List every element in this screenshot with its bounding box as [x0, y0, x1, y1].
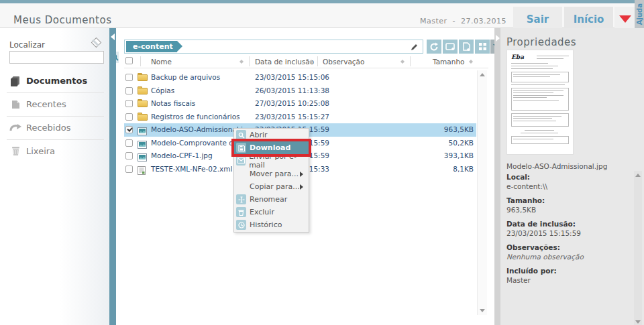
xml-file-icon [138, 165, 146, 178]
menu-item-download[interactable]: Download [234, 141, 309, 154]
preview-logo: Eba [511, 54, 524, 60]
properties-scrollbar[interactable] [634, 171, 642, 325]
sidebar-item-label: Lixeira [26, 146, 55, 156]
new-file-icon [462, 42, 471, 52]
sidebar-item-lixeira[interactable]: Lixeira [0, 139, 107, 163]
scroll-down-icon[interactable] [635, 320, 641, 324]
property-observacoes: Observações: Nenhuma observação [506, 243, 631, 261]
properties-title: Propriedades [506, 36, 576, 48]
table-row-folder[interactable]: Registros de funcionários 23/03/2015 15:… [124, 111, 476, 124]
row-checkbox[interactable] [125, 100, 133, 107]
column-header-tamanho[interactable]: Tamanho [433, 58, 465, 66]
menu-item-historico[interactable]: Histórico [234, 218, 309, 231]
scroll-up-icon[interactable] [635, 174, 641, 177]
scroll-down-icon[interactable] [480, 309, 485, 312]
row-checkbox[interactable] [125, 113, 133, 121]
sidebar-item-recentes[interactable]: Recentes [0, 92, 107, 116]
received-arrow-icon [9, 123, 22, 133]
menu-item-abrir[interactable]: Abrir [234, 129, 309, 141]
menu-item-enviar-email[interactable]: Enviar por e-mail [234, 154, 309, 167]
help-tab[interactable]: Ajuda [635, 0, 644, 28]
clock-icon [236, 220, 246, 230]
help-tab-label: Ajuda [636, 3, 643, 25]
sort-icon[interactable] [469, 58, 474, 66]
sort-icon[interactable] [400, 58, 405, 66]
grid-view-icon [478, 42, 487, 51]
new-folder-button[interactable] [443, 40, 458, 54]
refresh-icon [429, 42, 439, 52]
table-row-folder[interactable]: Cópias 26/03/2015 11:13:38 [124, 84, 476, 98]
context-menu: Abrir Download Enviar por e-mail Mover p… [233, 128, 309, 233]
properties-fields: Local: e-content:\\ Tamanho: 963,5KB Dat… [506, 173, 631, 290]
row-checkbox[interactable] [125, 74, 133, 81]
table-header: Nome Data de inclusão Observação Tamanho [124, 56, 488, 68]
properties-panel: Propriedades Eba Modelo-ASO-Admissional.… [500, 28, 644, 325]
column-header-observacao[interactable]: Observação [323, 58, 364, 66]
documents-icon [9, 76, 22, 86]
search-box [9, 51, 104, 64]
column-header-nome[interactable]: Nome [151, 58, 172, 66]
submenu-arrow-icon [300, 172, 303, 177]
menu-item-renomear[interactable]: Renomear [234, 193, 309, 206]
row-checkbox-checked[interactable] [125, 126, 133, 133]
app-header: Meus Documentos Master - 27.03.2015 Sair… [0, 3, 644, 28]
row-checkbox[interactable] [125, 139, 133, 147]
refresh-button[interactable] [427, 40, 441, 54]
recent-doc-icon [9, 99, 22, 110]
sidebar-item-recebidos[interactable]: Recebidos [0, 116, 107, 139]
page-title: Meus Documentos [13, 14, 111, 26]
new-folder-icon [445, 42, 455, 51]
sort-icon[interactable] [309, 58, 314, 66]
sidebar-item-documentos[interactable]: Documentos [0, 69, 107, 92]
row-checkbox[interactable] [125, 87, 133, 94]
collapse-sidebar-icon[interactable] [111, 34, 115, 40]
property-local: Local: e-content:\\ [506, 173, 631, 190]
red-triangle-icon [619, 15, 631, 23]
trash-icon [236, 207, 246, 217]
file-list-scrollbar[interactable] [477, 70, 487, 315]
breadcrumb[interactable]: e-content [126, 41, 177, 52]
select-all-checkbox[interactable] [125, 57, 133, 64]
expand-panel-icon[interactable] [496, 35, 500, 42]
column-header-data[interactable]: Data de inclusão [255, 58, 314, 66]
rename-icon [236, 194, 246, 204]
menu-item-mover-para[interactable]: Mover para... [234, 168, 309, 180]
property-incluido-por: Incluído por: Master [506, 267, 631, 284]
submenu-arrow-icon [300, 184, 303, 190]
sidebar-item-label: Documentos [26, 76, 87, 86]
session-date: 27.03.2015 [461, 17, 506, 25]
document-preview-thumbnail: Eba [506, 50, 574, 155]
new-file-button[interactable] [459, 40, 474, 54]
grid-view-button[interactable] [475, 40, 490, 54]
magnifier-icon [236, 130, 246, 140]
search-input[interactable] [10, 52, 111, 63]
row-checkbox[interactable] [125, 166, 133, 173]
floppy-disk-icon [236, 143, 246, 153]
row-checkbox[interactable] [125, 152, 133, 159]
property-tamanho: Tamanho: 963,5KB [506, 196, 631, 214]
scroll-up-icon[interactable] [480, 73, 485, 76]
envelope-icon [236, 155, 246, 166]
sidebar-item-label: Recentes [26, 99, 66, 109]
user-session-info: Master - 27.03.2015 [409, 17, 506, 25]
menu-item-copiar-para[interactable]: Copiar para... [234, 180, 309, 193]
selected-file-name: Modelo-ASO-Admissional.jpg [506, 162, 607, 170]
properties-splitter[interactable] [494, 28, 500, 325]
trash-icon [9, 146, 22, 156]
sidebar-item-label: Recebidos [26, 123, 70, 133]
menu-item-excluir[interactable]: Excluir [234, 206, 309, 218]
breadcrumb-bar: e-content [124, 40, 423, 54]
property-data-inclusao: Data de inclusão: 23/03/2015 15:15:59 [506, 220, 631, 237]
sidebar-splitter[interactable] [109, 28, 116, 325]
search-label: Localizar [9, 40, 45, 50]
edit-path-pencil-icon[interactable] [409, 42, 419, 55]
table-row-folder[interactable]: Notas fiscais 27/03/2015 10:25:08 [124, 97, 476, 111]
table-row-folder[interactable]: Backup de arquivos 23/03/2015 15:15:06 [124, 71, 476, 84]
sort-icon[interactable] [239, 58, 244, 66]
username: Master [420, 17, 447, 25]
